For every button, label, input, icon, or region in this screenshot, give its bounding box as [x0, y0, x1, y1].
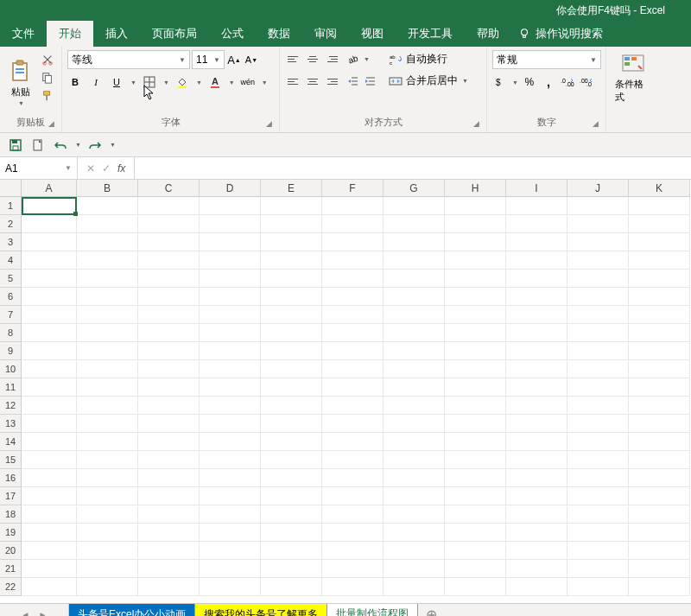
cell[interactable]: [77, 197, 138, 215]
orientation-button[interactable]: ab: [346, 51, 361, 67]
cell[interactable]: [506, 487, 567, 505]
cell[interactable]: [445, 270, 506, 288]
cell[interactable]: [567, 324, 629, 342]
cell[interactable]: [506, 451, 567, 469]
cell[interactable]: [384, 415, 445, 433]
cell[interactable]: [445, 233, 506, 251]
column-header[interactable]: J: [567, 180, 629, 197]
cell[interactable]: [22, 251, 77, 270]
cell[interactable]: [200, 524, 261, 542]
tab-review[interactable]: 审阅: [302, 21, 349, 47]
cell[interactable]: [77, 270, 138, 288]
cell[interactable]: [138, 342, 200, 360]
cell[interactable]: [384, 251, 445, 270]
cell[interactable]: [200, 560, 261, 578]
cell[interactable]: [506, 542, 567, 560]
cell[interactable]: [384, 505, 445, 524]
cell[interactable]: [506, 270, 567, 288]
tab-developer[interactable]: 开发工具: [396, 21, 465, 47]
cell[interactable]: [629, 378, 690, 397]
column-header[interactable]: I: [506, 180, 567, 197]
cell[interactable]: [384, 451, 445, 469]
cell[interactable]: [384, 542, 445, 560]
cell[interactable]: [22, 288, 77, 306]
number-format-combo[interactable]: 常规▼: [492, 50, 601, 69]
cell[interactable]: [445, 433, 506, 451]
cell[interactable]: [567, 469, 629, 487]
cell[interactable]: [384, 578, 445, 596]
cell[interactable]: [22, 397, 77, 415]
cell[interactable]: [22, 270, 77, 288]
cell[interactable]: [567, 433, 629, 451]
align-center-button[interactable]: [304, 73, 321, 90]
cell[interactable]: [138, 397, 200, 415]
bold-button[interactable]: B: [67, 74, 83, 90]
cell[interactable]: [506, 251, 567, 270]
row-header[interactable]: 9: [0, 342, 22, 360]
cell[interactable]: [506, 578, 567, 596]
column-header[interactable]: B: [77, 180, 138, 197]
cell[interactable]: [629, 360, 690, 378]
cell[interactable]: [506, 288, 567, 306]
cell[interactable]: [138, 378, 200, 397]
cell[interactable]: [322, 288, 384, 306]
cell[interactable]: [384, 487, 445, 505]
cell[interactable]: [506, 324, 567, 342]
row-header[interactable]: 19: [0, 524, 22, 542]
qat-undo-button[interactable]: [52, 137, 69, 154]
decrease-indent-button[interactable]: [346, 73, 361, 89]
cell[interactable]: [322, 560, 384, 578]
cell[interactable]: [138, 251, 200, 270]
cell[interactable]: [567, 578, 629, 596]
conditional-format-button[interactable]: 条件格式: [612, 50, 655, 105]
name-box[interactable]: A1▼: [0, 157, 78, 179]
cell[interactable]: [138, 215, 200, 233]
cell[interactable]: [22, 469, 77, 487]
cell[interactable]: [77, 378, 138, 397]
column-header[interactable]: E: [261, 180, 322, 197]
cell[interactable]: [261, 197, 322, 215]
cell[interactable]: [322, 397, 384, 415]
cell[interactable]: [138, 469, 200, 487]
cell[interactable]: [322, 270, 384, 288]
font-dialog-launcher[interactable]: ◢: [266, 119, 276, 130]
cell[interactable]: [322, 360, 384, 378]
cell[interactable]: [567, 233, 629, 251]
cell[interactable]: [77, 505, 138, 524]
cell[interactable]: [506, 505, 567, 524]
cell[interactable]: [138, 306, 200, 324]
cell[interactable]: [629, 215, 690, 233]
cell[interactable]: [567, 360, 629, 378]
qat-redo-button[interactable]: [86, 137, 104, 154]
cell[interactable]: [22, 342, 77, 360]
cell[interactable]: [200, 270, 261, 288]
cell[interactable]: [77, 215, 138, 233]
sheet-nav-next[interactable]: ►: [39, 610, 48, 617]
cell[interactable]: [200, 415, 261, 433]
cell[interactable]: [445, 324, 506, 342]
row-header[interactable]: 17: [0, 487, 22, 505]
column-header[interactable]: D: [200, 180, 261, 197]
tab-data[interactable]: 数据: [256, 21, 302, 47]
tab-view[interactable]: 视图: [349, 21, 396, 47]
cell[interactable]: [384, 306, 445, 324]
cancel-formula-button[interactable]: ✕: [86, 162, 95, 175]
cell[interactable]: [445, 560, 506, 578]
cell[interactable]: [22, 233, 77, 251]
cell[interactable]: [22, 542, 77, 560]
cell[interactable]: [629, 433, 690, 451]
cell[interactable]: [138, 270, 200, 288]
cell[interactable]: [138, 578, 200, 596]
cell[interactable]: [77, 542, 138, 560]
row-header[interactable]: 5: [0, 270, 22, 288]
cell[interactable]: [567, 288, 629, 306]
cell[interactable]: [629, 324, 690, 342]
number-dialog-launcher[interactable]: ◢: [593, 119, 603, 130]
cell[interactable]: [261, 487, 322, 505]
cell[interactable]: [506, 560, 567, 578]
column-header[interactable]: H: [445, 180, 506, 197]
cell[interactable]: [629, 487, 690, 505]
cell[interactable]: [567, 306, 629, 324]
row-header[interactable]: 6: [0, 288, 22, 306]
cell[interactable]: [200, 397, 261, 415]
